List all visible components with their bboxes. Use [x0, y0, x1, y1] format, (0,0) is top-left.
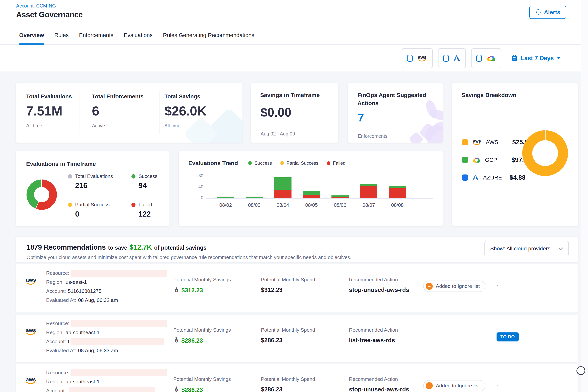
- gcp-logo-icon: [486, 54, 496, 62]
- chat-widget-button[interactable]: [576, 366, 585, 375]
- detail-line: Evaluated At:08 Aug, 06:32 am: [46, 296, 173, 305]
- trailing-cell: -: [496, 264, 578, 312]
- legend-head: Failed: [132, 202, 170, 208]
- recommendations-title-tail: of potential savings: [154, 244, 206, 251]
- tab-enforcements[interactable]: Enforcements: [79, 26, 113, 44]
- legend-label: Partial Success: [286, 160, 318, 166]
- tab-label: Rules: [54, 32, 68, 38]
- savings-timeframe-value: $0.00: [260, 105, 291, 120]
- account-breadcrumb-link[interactable]: Account: CCM-NG: [16, 3, 56, 9]
- trend-legend-partial-success: Partial Success: [280, 160, 318, 166]
- trend-legend: SuccessPartial SuccessFailed: [248, 160, 345, 166]
- legend-head: Success: [132, 173, 170, 179]
- resource-details: Resource:Region:ap-southeast-1Account:IE…: [46, 315, 173, 362]
- potential-monthly-spend-value: $286.23: [261, 337, 349, 344]
- provider-filter-gcp[interactable]: [471, 48, 501, 68]
- stat-total-evaluations: Total Evaluations7.51MAll-time: [16, 83, 80, 142]
- column-label: Potential Monthly Savings: [173, 277, 261, 283]
- legend-dot: [68, 203, 72, 207]
- date-range-label: Last 7 Days: [521, 55, 554, 62]
- stat-label: Total Savings: [164, 94, 200, 100]
- x-axis-tick: 08/03: [240, 202, 269, 208]
- recommendation-row[interactable]: awsResource:Region:ap-southeast-1Account…: [16, 364, 578, 392]
- bar-segment-success: [274, 177, 292, 190]
- evaluated-at-value: 08 Aug, 06:32 am: [78, 297, 118, 303]
- bar-segment-success: [332, 196, 349, 197]
- status-cell: [423, 315, 496, 362]
- column-label: Potential Monthly Savings: [173, 376, 261, 382]
- todo-badge[interactable]: TO DO: [496, 332, 519, 342]
- savings-timeframe-range: Aug 02 - Aug 09: [260, 131, 295, 136]
- detail-line: Evaluated At:08 Aug, 06:33 am: [46, 346, 173, 355]
- breakdown-item-aws: awsAWS$25.9K: [462, 136, 533, 148]
- detail-label: Evaluated At:: [46, 348, 76, 354]
- aws-logo-icon: aws: [416, 54, 428, 62]
- savings-amount: $286.23: [182, 337, 203, 344]
- potential-monthly-spend-value: $312.23: [261, 286, 349, 294]
- column-label: Potential Monthly Spend: [261, 277, 349, 283]
- bar-segment-success: [360, 184, 378, 186]
- column-col-savings: Potential Monthly Savings$$286.23: [173, 315, 261, 362]
- tab-label: Overview: [19, 32, 44, 38]
- tab-label: Rules Generating Recommendations: [163, 32, 254, 38]
- detail-line: Resource:: [46, 319, 173, 328]
- recommendation-row[interactable]: awsResource:Region:us-east-1Account:5116…: [16, 264, 578, 312]
- redacted-resource-value: [71, 320, 167, 327]
- legend-head: Partial Success: [68, 202, 132, 208]
- tab-evaluations[interactable]: Evaluations: [124, 26, 152, 44]
- detail-line: Region:ap-southeast-1: [46, 377, 173, 386]
- legend-label: Total Evaluations: [75, 173, 113, 179]
- date-range-picker[interactable]: Last 7 Days: [511, 54, 561, 62]
- provider-cell: aws: [16, 264, 46, 312]
- provider-filter-aws[interactable]: aws: [402, 48, 433, 68]
- aws-logo-icon: aws: [24, 277, 37, 312]
- detail-label: Region:: [46, 379, 64, 385]
- trend-bars: [179, 176, 443, 198]
- redacted-account-value: [70, 338, 164, 345]
- ignore-list-label: Added to Ignore list: [436, 383, 480, 389]
- breakdown-item-gcp: GCP$97.19: [462, 154, 533, 166]
- checkbox-aws[interactable]: [407, 55, 413, 62]
- savings-breakdown-legend: awsAWS$25.9KGCP$97.19AZURE$4.88: [462, 136, 533, 189]
- legend-label: Success: [254, 160, 272, 166]
- breakdown-item-azure: AZURE$4.88: [462, 172, 533, 184]
- trailing-cell: TO DO: [496, 315, 578, 362]
- redacted-resource-value: [71, 369, 167, 376]
- aws-logo-icon: aws: [24, 376, 37, 392]
- tab-overview[interactable]: Overview: [19, 26, 44, 44]
- column-label: Potential Monthly Spend: [261, 376, 349, 382]
- recommended-action-value: list-free-aws-rds: [349, 337, 423, 344]
- trailing-cell: -: [496, 364, 578, 392]
- detail-label: Resource:: [46, 320, 69, 326]
- top-bar: Account: CCM-NG Asset Governance Alerts …: [0, 0, 581, 44]
- ignore-list-pill[interactable]: –Added to Ignore list: [423, 280, 486, 292]
- column-col-action: Recommended Actionstop-unused-aws-rds: [349, 264, 423, 312]
- tab-rules[interactable]: Rules: [54, 26, 68, 44]
- provider-filter-azure[interactable]: [438, 48, 466, 68]
- row-gap: [16, 262, 578, 264]
- ignore-list-pill[interactable]: –Added to Ignore list: [423, 380, 486, 392]
- tab-rules-generating-recommendations[interactable]: Rules Generating Recommendations: [163, 26, 254, 44]
- recommendation-row[interactable]: awsResource:Region:ap-southeast-1Account…: [16, 315, 578, 362]
- evaluations-legend-item-partial-success: Partial Success0: [68, 202, 132, 218]
- alerts-button[interactable]: Alerts: [530, 6, 566, 19]
- card-title: Savings in Timeframe: [260, 91, 320, 99]
- checkbox-gcp[interactable]: [476, 55, 482, 62]
- checkbox-azure[interactable]: [443, 55, 449, 62]
- potential-monthly-spend-value: $286.23: [261, 386, 349, 392]
- legend-value: 94: [138, 182, 170, 190]
- legend-dot: [280, 161, 284, 165]
- bar-segment-failed: [389, 188, 406, 198]
- legend-value: 0: [75, 210, 132, 218]
- card-title: Evaluations in Timeframe: [26, 160, 96, 168]
- legend-head: Total Evaluations: [68, 173, 132, 179]
- stat-value: 6: [92, 104, 99, 118]
- cloud-provider-filter-dropdown[interactable]: Show: All cloud providers: [484, 241, 569, 256]
- detail-line: Account:: [46, 386, 173, 392]
- tab-bar: OverviewRulesEnforcementsEvaluationsRule…: [0, 26, 581, 44]
- stat-value: 7.51M: [26, 104, 62, 118]
- tab-label: Evaluations: [124, 32, 152, 38]
- bar-08-04: [274, 177, 292, 198]
- savings-amount: $312.23: [182, 287, 203, 294]
- card-title: FinOps Agent Suggested Actions: [358, 91, 434, 107]
